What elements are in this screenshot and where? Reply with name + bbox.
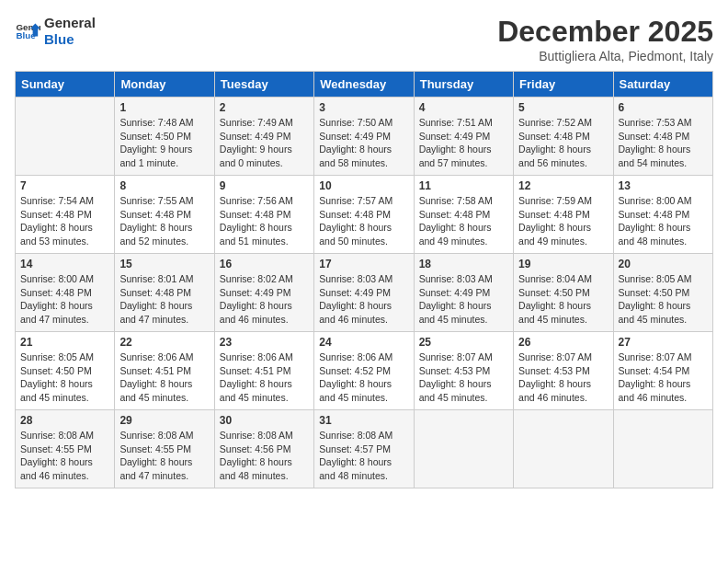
daylight-text: and 48 minutes. [619,235,708,248]
calendar-cell: 31Sunrise: 8:08 AMSunset: 4:57 PMDayligh… [314,410,414,488]
daylight-text: and 46 minutes. [220,313,309,327]
sunrise-text: Sunrise: 8:01 AM [119,272,209,286]
cell-info: Sunrise: 7:58 AMSunset: 4:48 PMDaylight:… [419,194,508,248]
daylight-text: and 46 minutes. [619,391,708,405]
sunrise-text: Sunrise: 7:52 AM [518,116,608,130]
sunset-text: Sunset: 4:48 PM [119,208,209,222]
day-number: 6 [619,101,708,114]
sunset-text: Sunset: 4:56 PM [220,442,309,456]
cell-info: Sunrise: 7:57 AMSunset: 4:48 PMDaylight:… [319,194,408,248]
calendar-cell: 19Sunrise: 8:04 AMSunset: 4:50 PMDayligh… [514,254,613,332]
page-header: General Blue General Blue December 2025 … [15,15,713,63]
cell-info: Sunrise: 8:08 AMSunset: 4:55 PMDaylight:… [20,429,109,483]
daylight-text: and 46 minutes. [20,469,109,483]
calendar-cell: 5Sunrise: 7:52 AMSunset: 4:48 PMDaylight… [514,98,613,176]
daylight-text: and 53 minutes. [20,235,109,248]
daylight-text: Daylight: 8 hours [220,377,309,391]
calendar-cell: 22Sunrise: 8:06 AMSunset: 4:51 PMDayligh… [115,332,214,410]
sunset-text: Sunset: 4:48 PM [619,130,708,144]
day-number: 24 [319,336,408,349]
cell-info: Sunrise: 8:03 AMSunset: 4:49 PMDaylight:… [419,272,508,327]
sunrise-text: Sunrise: 8:02 AM [220,272,309,286]
day-number: 18 [419,258,508,270]
column-header-wednesday: Wednesday [314,72,414,98]
cell-info: Sunrise: 8:06 AMSunset: 4:51 PMDaylight:… [119,350,209,405]
calendar-cell: 4Sunrise: 7:51 AMSunset: 4:49 PMDaylight… [414,98,513,176]
sunrise-text: Sunrise: 8:03 AM [319,272,408,286]
day-number: 13 [619,179,708,192]
daylight-text: Daylight: 8 hours [419,143,508,156]
cell-info: Sunrise: 8:07 AMSunset: 4:53 PMDaylight:… [518,350,608,405]
sunset-text: Sunset: 4:48 PM [619,208,708,222]
calendar-cell: 21Sunrise: 8:05 AMSunset: 4:50 PMDayligh… [16,332,115,410]
daylight-text: Daylight: 8 hours [119,221,209,235]
sunset-text: Sunset: 4:48 PM [119,286,209,300]
daylight-text: Daylight: 8 hours [619,377,708,391]
sunset-text: Sunset: 4:50 PM [119,130,209,144]
day-number: 27 [619,336,708,349]
calendar-cell: 12Sunrise: 7:59 AMSunset: 4:48 PMDayligh… [514,176,613,254]
sunrise-text: Sunrise: 8:04 AM [518,272,608,286]
cell-info: Sunrise: 8:06 AMSunset: 4:51 PMDaylight:… [220,350,309,405]
sunset-text: Sunset: 4:50 PM [20,364,109,378]
sunset-text: Sunset: 4:48 PM [419,208,508,222]
calendar-cell: 27Sunrise: 8:07 AMSunset: 4:54 PMDayligh… [613,332,712,410]
daylight-text: Daylight: 8 hours [419,299,508,313]
sunrise-text: Sunrise: 8:00 AM [619,194,708,208]
cell-info: Sunrise: 7:55 AMSunset: 4:48 PMDaylight:… [119,194,209,248]
sunset-text: Sunset: 4:48 PM [518,208,608,222]
calendar-cell: 9Sunrise: 7:56 AMSunset: 4:48 PMDaylight… [214,176,313,254]
day-number: 8 [119,179,209,192]
sunset-text: Sunset: 4:51 PM [220,364,309,378]
day-number: 26 [518,336,608,349]
sunset-text: Sunset: 4:49 PM [220,130,309,144]
sunrise-text: Sunrise: 8:05 AM [20,350,109,364]
daylight-text: and 45 minutes. [319,391,408,405]
column-header-thursday: Thursday [414,72,513,98]
daylight-text: and 48 minutes. [220,469,309,483]
sunset-text: Sunset: 4:55 PM [119,442,209,456]
daylight-text: and 58 minutes. [319,156,408,170]
cell-info: Sunrise: 8:00 AMSunset: 4:48 PMDaylight:… [20,272,109,327]
calendar-cell: 1Sunrise: 7:48 AMSunset: 4:50 PMDaylight… [115,98,214,176]
calendar-cell: 30Sunrise: 8:08 AMSunset: 4:56 PMDayligh… [214,410,313,488]
cell-info: Sunrise: 8:06 AMSunset: 4:52 PMDaylight:… [319,350,408,405]
day-number: 20 [619,258,708,270]
cell-info: Sunrise: 7:59 AMSunset: 4:48 PMDaylight:… [518,194,608,248]
sunset-text: Sunset: 4:53 PM [419,364,508,378]
daylight-text: Daylight: 8 hours [319,299,408,313]
daylight-text: and 47 minutes. [20,313,109,327]
sunrise-text: Sunrise: 7:56 AM [220,194,309,208]
cell-info: Sunrise: 8:01 AMSunset: 4:48 PMDaylight:… [119,272,209,327]
daylight-text: Daylight: 8 hours [20,299,109,313]
daylight-text: and 49 minutes. [419,235,508,248]
calendar-cell [613,410,712,488]
sunrise-text: Sunrise: 8:07 AM [518,350,608,364]
day-number: 29 [119,414,209,427]
day-number: 28 [20,414,109,427]
sunrise-text: Sunrise: 7:49 AM [220,116,309,130]
day-number: 10 [319,179,408,192]
calendar-cell: 20Sunrise: 8:05 AMSunset: 4:50 PMDayligh… [613,254,712,332]
sunset-text: Sunset: 4:48 PM [220,208,309,222]
daylight-text: and 56 minutes. [518,156,608,170]
calendar-cell: 25Sunrise: 8:07 AMSunset: 4:53 PMDayligh… [414,332,513,410]
daylight-text: and 45 minutes. [518,313,608,327]
daylight-text: Daylight: 8 hours [419,221,508,235]
sunset-text: Sunset: 4:48 PM [319,208,408,222]
sunrise-text: Sunrise: 8:06 AM [220,350,309,364]
sunrise-text: Sunrise: 8:08 AM [119,429,209,442]
sunrise-text: Sunrise: 8:07 AM [419,350,508,364]
cell-info: Sunrise: 7:54 AMSunset: 4:48 PMDaylight:… [20,194,109,248]
daylight-text: Daylight: 8 hours [319,377,408,391]
calendar-cell: 7Sunrise: 7:54 AMSunset: 4:48 PMDaylight… [16,176,115,254]
daylight-text: and 54 minutes. [619,156,708,170]
sunset-text: Sunset: 4:49 PM [319,286,408,300]
calendar-cell: 11Sunrise: 7:58 AMSunset: 4:48 PMDayligh… [414,176,513,254]
daylight-text: Daylight: 9 hours [119,143,209,156]
daylight-text: Daylight: 8 hours [619,221,708,235]
daylight-text: and 45 minutes. [20,391,109,405]
week-row-1: 1Sunrise: 7:48 AMSunset: 4:50 PMDaylight… [16,98,713,176]
sunrise-text: Sunrise: 7:57 AM [319,194,408,208]
sunset-text: Sunset: 4:52 PM [319,364,408,378]
